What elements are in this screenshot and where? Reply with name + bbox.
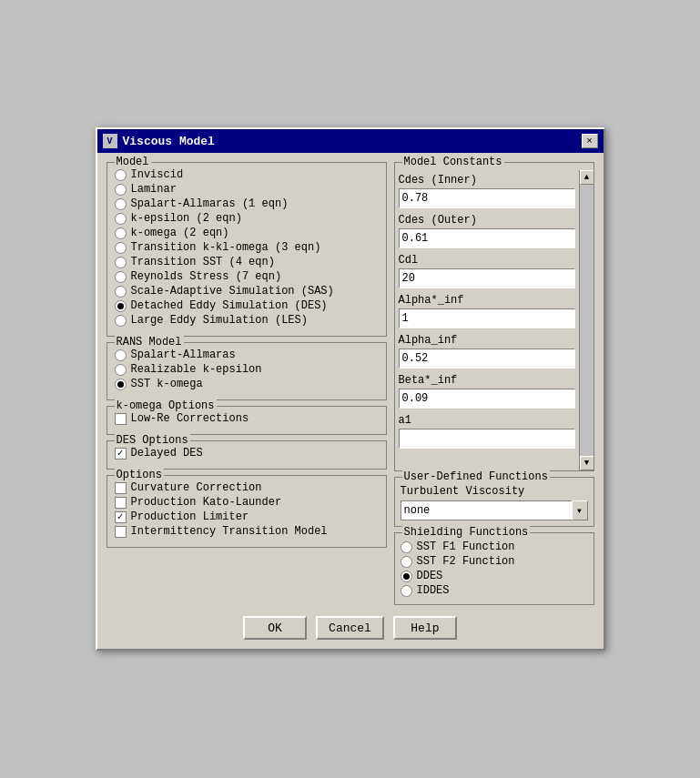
radio-inner-rans-sst_komega [117, 381, 124, 388]
radio-outer-shielding-iddes [401, 585, 412, 597]
constants-scroll-area: Cdes (Inner) Cdes (Outer) Cdl Alpha*_inf… [395, 170, 593, 470]
constant-item-Alpha-inf: Alpha_inf [399, 334, 575, 369]
model-radio-transition_kklomega[interactable]: Transition k-kl-omega (3 eqn) [115, 241, 379, 254]
constant-input-Cdes--Inner-[interactable] [399, 188, 575, 208]
constant-input-a1[interactable] [399, 429, 575, 449]
checkbox-check-des-delayed_des: ✓ [117, 449, 124, 459]
radio-label-des: Detached Eddy Simulation (DES) [131, 299, 328, 312]
model-radio-spalart[interactable]: Spalart-Allmaras (1 eqn) [115, 197, 379, 210]
checkbox-label-prod_kato: Production Kato-Launder [131, 496, 282, 509]
title-bar: V Viscous Model × [97, 129, 604, 153]
rans-radio-group: Spalart-Allmaras Realizable k-epsilon SS… [115, 349, 379, 390]
radio-label-spalart: Spalart-Allmaras (1 eqn) [131, 197, 289, 210]
komega-options-group: k-omega Options Low-Re Corrections [107, 406, 387, 435]
constant-item-a1: a1 [399, 414, 575, 449]
rans-group-label: RANS Model [115, 336, 184, 349]
radio-outer-transition_kklomega [115, 242, 127, 254]
turbulent-viscosity-dropdown-wrap: none ▼ [401, 500, 588, 520]
shielding-radio-iddes[interactable]: IDDES [401, 584, 588, 597]
constant-name-Alpha-inf: Alpha_inf [399, 334, 575, 347]
radio-outer-reynolds_stress [115, 271, 127, 283]
radio-label-rans-realizable_ke: Realizable k-epsilon [131, 363, 262, 376]
radio-outer-shielding-sst_f1 [401, 541, 412, 553]
model-radio-komega[interactable]: k-omega (2 eqn) [115, 227, 379, 239]
model-radio-les[interactable]: Large Eddy Simulation (LES) [115, 314, 379, 327]
radio-outer-rans-sst_komega [115, 379, 127, 390]
model-radio-laminar[interactable]: Laminar [115, 183, 379, 196]
constant-input-Alpha-inf[interactable] [399, 349, 575, 369]
constant-item-Cdl: Cdl [399, 254, 575, 288]
constant-input-Alpha--inf[interactable] [399, 308, 575, 328]
checkbox-label-curvature: Curvature Correction [131, 481, 262, 494]
checkbox-label-prod_limiter: Production Limiter [131, 510, 249, 523]
options-checkbox-prod_kato[interactable]: Production Kato-Launder [115, 496, 379, 509]
constant-input-Cdes--Outer-[interactable] [399, 228, 575, 248]
radio-label-kepsilon: k-epsilon (2 eqn) [131, 212, 242, 225]
constant-name-a1: a1 [399, 414, 575, 427]
komega-checkboxes: Low-Re Corrections [115, 412, 379, 425]
constant-input-Beta--inf[interactable] [399, 389, 575, 409]
constant-name-Cdes--Inner-: Cdes (Inner) [399, 174, 575, 187]
model-constants-label: Model Constants [402, 156, 504, 168]
rans-group: RANS Model Spalart-Allmaras Realizable k… [107, 342, 387, 400]
dialog-body: Model Inviscid Laminar Spalart-Allmaras … [97, 153, 604, 649]
help-button[interactable]: Help [393, 616, 457, 640]
komega-checkbox-low_re[interactable]: Low-Re Corrections [115, 412, 379, 425]
komega-options-label: k-omega Options [115, 399, 217, 412]
model-radio-group: Inviscid Laminar Spalart-Allmaras (1 eqn… [115, 168, 379, 327]
close-button[interactable]: × [582, 134, 598, 148]
radio-inner-des [117, 303, 124, 309]
viscous-model-dialog: V Viscous Model × Model Inviscid Laminar [96, 127, 605, 651]
scroll-down-button[interactable]: ▼ [580, 456, 593, 470]
checkbox-check-prod_limiter: ✓ [117, 512, 124, 522]
options-checkbox-curvature[interactable]: Curvature Correction [115, 481, 379, 494]
shielding-radio-sst_f1[interactable]: SST F1 Function [401, 541, 588, 553]
constant-name-Cdes--Outer-: Cdes (Outer) [399, 214, 575, 227]
shielding-box: Shielding Functions SST F1 Function SST … [394, 532, 594, 605]
constant-item-Cdes--Outer-: Cdes (Outer) [399, 214, 575, 248]
scrollbar: ▲ ▼ [579, 170, 593, 470]
constant-input-Cdl[interactable] [399, 268, 575, 288]
des-options-label: DES Options [115, 434, 190, 447]
radio-label-les: Large Eddy Simulation (LES) [131, 314, 308, 327]
radio-outer-sas [115, 286, 127, 298]
shielding-radio-sst_f2[interactable]: SST F2 Function [401, 555, 588, 568]
model-group-label: Model [115, 156, 151, 168]
shielding-radio-ddes[interactable]: DDES [401, 570, 588, 582]
options-group: Options Curvature Correction Production … [107, 475, 387, 548]
checkbox-label-des-delayed_des: Delayed DES [131, 447, 203, 460]
radio-outer-rans-spalart_allmaras [115, 349, 127, 361]
model-radio-transition_sst[interactable]: Transition SST (4 eqn) [115, 256, 379, 268]
model-radio-reynolds_stress[interactable]: Reynolds Stress (7 eqn) [115, 270, 379, 283]
checkbox-box-curvature [115, 482, 127, 494]
rans-radio-spalart_allmaras[interactable]: Spalart-Allmaras [115, 349, 379, 361]
options-checkbox-prod_limiter[interactable]: ✓ Production Limiter [115, 510, 379, 523]
radio-inner-shielding-ddes [403, 573, 410, 580]
radio-outer-shielding-sst_f2 [401, 556, 412, 568]
dialog-title: Viscous Model [123, 135, 582, 148]
checkbox-label-intermittency: Intermittency Transition Model [131, 525, 328, 538]
model-constants-box: Model Constants Cdes (Inner) Cdes (Outer… [394, 162, 594, 471]
radio-label-shielding-ddes: DDES [417, 570, 443, 582]
radio-outer-transition_sst [115, 257, 127, 268]
scroll-up-button[interactable]: ▲ [580, 170, 593, 185]
rans-radio-sst_komega[interactable]: SST k-omega [115, 378, 379, 390]
model-radio-des[interactable]: Detached Eddy Simulation (DES) [115, 299, 379, 312]
radio-outer-komega [115, 227, 127, 239]
cancel-button[interactable]: Cancel [316, 616, 384, 640]
options-checkboxes: Curvature Correction Production Kato-Lau… [115, 481, 379, 538]
model-radio-kepsilon[interactable]: k-epsilon (2 eqn) [115, 212, 379, 225]
rans-radio-realizable_ke[interactable]: Realizable k-epsilon [115, 363, 379, 376]
options-checkbox-intermittency[interactable]: Intermittency Transition Model [115, 525, 379, 538]
radio-outer-laminar [115, 184, 127, 196]
scroll-track[interactable] [580, 185, 593, 456]
des-checkbox-delayed_des[interactable]: ✓ Delayed DES [115, 447, 379, 460]
ok-button[interactable]: OK [243, 616, 307, 640]
radio-outer-spalart [115, 198, 127, 210]
model-radio-sas[interactable]: Scale-Adaptive Simulation (SAS) [115, 285, 379, 298]
turbulent-viscosity-label: Turbulent Viscosity [401, 485, 588, 498]
turbulent-viscosity-select[interactable]: none [401, 500, 588, 520]
radio-label-inviscid: Inviscid [131, 168, 184, 181]
shielding-radio-group: SST F1 Function SST F2 Function DDES IDD… [401, 541, 588, 597]
model-radio-inviscid[interactable]: Inviscid [115, 168, 379, 181]
